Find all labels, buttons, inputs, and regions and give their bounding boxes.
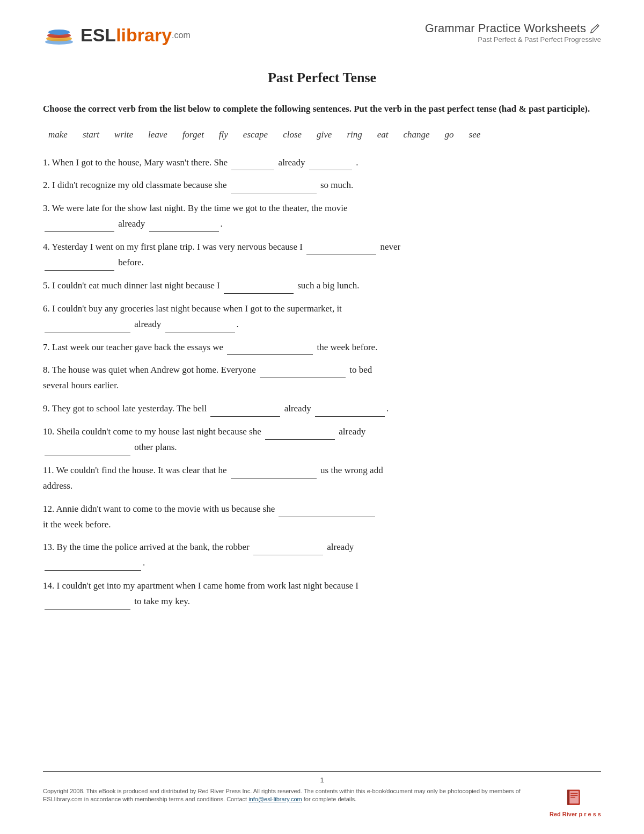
sentence-6: 6. I couldn't buy any groceries last nig…	[43, 301, 601, 332]
svg-rect-7	[570, 795, 577, 796]
blank-2	[231, 182, 317, 193]
blank-3b	[149, 220, 219, 232]
blank-6a	[45, 320, 130, 332]
sentence-11: 11. We couldn't find the house. It was c…	[43, 463, 601, 494]
word-make: make	[48, 129, 68, 140]
sentence-5: 5. I couldn't eat much dinner last night…	[43, 278, 601, 294]
sentence-1: 1. When I got to the house, Mary wasn't …	[43, 155, 601, 171]
sentence-8: 8. The house was quiet when Andrew got h…	[43, 362, 601, 394]
sentence-13: 13. By the time the police arrived at th…	[43, 540, 601, 571]
blank-3a	[45, 220, 114, 232]
footer-email-link[interactable]: info@esl-library.com	[248, 796, 302, 802]
instructions: Choose the correct verb from the list be…	[43, 102, 601, 116]
blank-9a	[210, 405, 280, 417]
footer: 1 Copyright 2008. This eBook is produced…	[43, 771, 601, 818]
svg-rect-6	[570, 793, 577, 794]
blank-13b	[45, 559, 141, 571]
word-give: give	[317, 129, 332, 140]
sentences-container: 1. When I got to the house, Mary wasn't …	[43, 155, 601, 610]
word-ring: ring	[347, 129, 362, 140]
red-river-book-icon	[565, 787, 586, 809]
page-title: Past Perfect Tense	[43, 70, 601, 86]
red-river-text: Red River p r e s s	[550, 811, 601, 818]
blank-10a	[265, 428, 335, 440]
svg-rect-8	[570, 797, 575, 798]
word-list: make start write leave forget fly escape…	[43, 129, 601, 140]
page: ESLlibrary.com Grammar Practice Workshee…	[0, 0, 644, 834]
header-right: Grammar Practice Worksheets Past Perfect…	[425, 21, 601, 43]
word-go: go	[445, 129, 454, 140]
logo-text: ESLlibrary.com	[80, 25, 191, 46]
blank-12	[279, 505, 375, 517]
logo-com: .com	[172, 30, 191, 39]
blank-1b	[309, 158, 352, 170]
blank-14	[45, 598, 130, 610]
logo-area: ESLlibrary.com	[43, 21, 191, 48]
sentence-12: 12. Annie didn't want to come to the mov…	[43, 502, 601, 533]
blank-10b	[45, 444, 130, 455]
worksheet-title-sub: Past Perfect & Past Perfect Progressive	[425, 35, 601, 43]
word-see: see	[469, 129, 481, 140]
sentence-9: 9. They got to school late yesterday. Th…	[43, 401, 601, 417]
header: ESLlibrary.com Grammar Practice Workshee…	[43, 21, 601, 48]
sentence-14: 14. I couldn't get into my apartment whe…	[43, 578, 601, 610]
svg-point-3	[48, 30, 70, 35]
worksheet-title-main: Grammar Practice Worksheets	[425, 21, 586, 35]
word-forget: forget	[182, 129, 204, 140]
red-river-logo-area: Red River p r e s s	[550, 787, 601, 818]
word-change: change	[404, 129, 430, 140]
word-eat: eat	[377, 129, 389, 140]
blank-4b	[45, 259, 114, 271]
footer-divider	[43, 771, 601, 772]
word-close: close	[283, 129, 302, 140]
sentence-3: 3. We were late for the show last night.…	[43, 201, 601, 232]
logo-esl: ESL	[80, 25, 116, 45]
sentence-10: 10. Sheila couldn't come to my house las…	[43, 424, 601, 455]
word-leave: leave	[148, 129, 167, 140]
blank-7	[227, 343, 313, 355]
footer-content: Copyright 2008. This eBook is produced a…	[43, 787, 601, 818]
blank-13a	[253, 543, 323, 555]
word-fly: fly	[219, 129, 228, 140]
sentence-2: 2. I didn't recognize my old classmate b…	[43, 178, 601, 193]
logo-library: library	[116, 25, 172, 45]
word-write: write	[114, 129, 133, 140]
blank-6b	[165, 320, 235, 332]
pencil-icon	[589, 23, 601, 34]
blank-4a	[306, 243, 376, 255]
blank-1a	[231, 158, 274, 170]
sentence-4: 4. Yesterday I went on my first plane tr…	[43, 240, 601, 271]
esl-logo-icon	[43, 21, 75, 48]
blank-8	[260, 366, 346, 378]
word-start: start	[83, 129, 99, 140]
svg-rect-9	[567, 789, 569, 804]
page-number: 1	[43, 776, 601, 784]
copyright-text: Copyright 2008. This eBook is produced a…	[43, 787, 526, 804]
blank-11	[231, 467, 317, 478]
blank-9b	[315, 405, 385, 417]
copyright-end: for complete details.	[302, 796, 357, 802]
sentence-7: 7. Last week our teacher gave back the e…	[43, 340, 601, 356]
word-escape: escape	[243, 129, 268, 140]
blank-5	[224, 282, 294, 294]
